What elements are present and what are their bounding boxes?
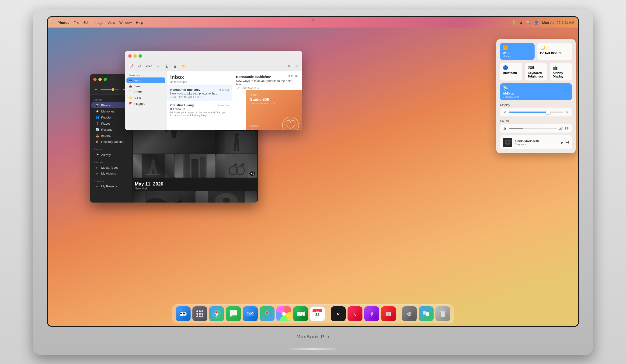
display-slider-container: ☀ ☀ [500, 108, 572, 117]
menu-edit[interactable]: Edit [83, 21, 90, 25]
svg-rect-72 [423, 311, 426, 315]
menu-file[interactable]: File [74, 21, 79, 25]
minimize-button[interactable] [98, 78, 102, 81]
mail-minimize-button[interactable] [133, 54, 137, 58]
dock-news[interactable]: 📰 [381, 306, 396, 321]
mail-archive-icon[interactable]: 🗄 [165, 64, 169, 68]
cc-airplay-tile[interactable]: 📺 AirPlay Display [550, 63, 572, 81]
menu-help[interactable]: Help [136, 21, 143, 25]
sidebar-item-photos[interactable]: 📷 Photos [91, 102, 131, 108]
mail-window[interactable]: 📝 ↩ ↩↩ → 🗄 🗑 📁 ✕ ⤢ Favorites [125, 51, 302, 130]
photo-cell-5[interactable] [174, 154, 216, 178]
dock-finder[interactable] [176, 306, 191, 321]
menu-window[interactable]: Window [119, 21, 132, 25]
mail-forward-icon[interactable]: → [156, 64, 160, 68]
sidebar-item-places[interactable]: 📍 Places [91, 121, 131, 126]
cc-dnd-tile[interactable]: 🌙 Do Not Disturb [537, 43, 572, 60]
dock-facetime[interactable] [293, 306, 308, 321]
menu-view[interactable]: View [108, 21, 115, 25]
sidebar-item-media-types[interactable]: ▶ Media Types [91, 165, 131, 170]
dock-music[interactable]: ♫ [348, 306, 362, 321]
mail-sidebar-drafts[interactable]: 📄 Drafts [125, 89, 167, 95]
albums-section-label: Albums [90, 160, 132, 165]
macbook-shell:  Photos File Edit Image View Window Hel… [0, 0, 626, 364]
newsletter-studio: Studio 308 [250, 98, 299, 102]
sidebar-item-my-projects[interactable]: ▶ My Projects [91, 183, 131, 189]
user-icon[interactable]: 👤 [534, 20, 539, 25]
svg-text:22: 22 [315, 313, 319, 317]
svg-point-29 [196, 310, 198, 312]
maximize-button[interactable] [104, 78, 107, 81]
brightness-thumb[interactable] [546, 110, 550, 114]
forward-button[interactable]: ⏭ [565, 140, 569, 145]
battery-icon: 🔋 [511, 20, 516, 25]
dock-files[interactable] [419, 306, 433, 321]
dock-safari[interactable] [209, 306, 224, 321]
dock-photos[interactable] [276, 306, 291, 321]
photo-cell-3[interactable] [216, 131, 257, 154]
apple-logo-icon[interactable]:  [52, 20, 53, 25]
dock-system-preferences[interactable] [402, 306, 417, 321]
inbox-label: Inbox [134, 79, 142, 82]
photo-row-2: +1 [132, 154, 258, 178]
photo-cell-7[interactable] [133, 191, 195, 202]
sidebar-item-activity[interactable]: 👁 Activity [91, 152, 131, 158]
mail-maximize-button[interactable] [139, 54, 142, 58]
dock-maps[interactable] [260, 306, 274, 321]
sidebar-imports-label: Imports [101, 134, 111, 137]
photo-cell-4[interactable] [133, 154, 174, 178]
cc-bluetooth-tile[interactable]: 🔵 Bluetooth [500, 63, 522, 81]
menu-image[interactable]: Image [93, 21, 103, 25]
sidebar-my-projects-label: My Projects [101, 185, 117, 188]
mail-compose-icon[interactable]: 📝 [129, 64, 133, 68]
menu-bar-left:  Photos File Edit Image View Window Hel… [52, 20, 143, 25]
mail-sidebar-flagged[interactable]: 🚩 Flagged [125, 101, 167, 107]
mail-message-1[interactable]: Konstantin Babichev 9:41 AM New ways to … [167, 86, 232, 101]
sidebar-item-imports[interactable]: 📥 Imports [91, 132, 131, 139]
close-button[interactable] [93, 78, 97, 81]
dock-podcasts[interactable]: 🎙 [364, 306, 379, 321]
dock-appletv[interactable]: tv [331, 306, 346, 321]
dock-calendar[interactable]: JUN 22 [310, 306, 325, 321]
sidebar-item-my-albums[interactable]: ▶ My Albums [91, 170, 131, 176]
svg-rect-8 [185, 154, 190, 178]
mail-sidebar-sent[interactable]: 📤 Sent [125, 83, 167, 89]
cc-wifi-tile[interactable]: 📶 Wi-Fi Home [500, 43, 535, 60]
volume-output-icon[interactable]: 📢 [565, 126, 569, 130]
zoom-out-button[interactable]: − [93, 86, 99, 93]
flagged-label: Flagged [134, 102, 145, 105]
mail-close-button[interactable] [128, 54, 132, 58]
cc-keyboard-tile[interactable]: ⌨ Keyboard Brightness [525, 63, 547, 81]
mail-folder-icon[interactable]: 📁 [182, 64, 186, 68]
photo-cell-6[interactable]: +1 [216, 154, 257, 178]
sidebar-item-memories[interactable]: ⚡ Memories [91, 108, 131, 114]
mail-reply-icon[interactable]: ↩ [138, 64, 141, 68]
mail-message-2[interactable]: Christine Huang Yesterday Follow up Hi, … [167, 101, 232, 119]
mail-sidebar-vips[interactable]: ⭐ VIPs [125, 95, 167, 101]
sidebar-item-recently-deleted[interactable]: 🗑 Recently Deleted [91, 139, 131, 145]
mail-expand-icon[interactable]: ⤢ [296, 64, 299, 68]
brightness-slider[interactable] [509, 112, 563, 113]
sidebar-item-people[interactable]: 👥 People [91, 114, 131, 121]
cc-airdrop-tile[interactable]: 📡 AirDrop Contacts Only [500, 83, 572, 100]
dock-trash[interactable] [435, 306, 450, 321]
mail-close-x[interactable]: ✕ [288, 64, 291, 68]
mail-trash-icon[interactable]: 🗑 [173, 64, 177, 68]
volume-slider[interactable] [509, 128, 557, 129]
expand-icon-projects: ▶ [95, 185, 99, 188]
edit-icon[interactable]: ✏ [257, 86, 260, 90]
zoom-slider[interactable] [101, 89, 119, 90]
mail-reply-all-icon[interactable]: ↩↩ [146, 64, 152, 68]
cc-dnd-label: Do Not Disturb [540, 51, 569, 55]
search-icon[interactable]: 🔍 [526, 20, 531, 25]
dock-messages[interactable] [226, 306, 241, 321]
projects-section-label: Projects [90, 178, 132, 183]
sidebar-memories-label: Memories [101, 110, 115, 113]
dock-mail[interactable] [243, 306, 258, 321]
play-button[interactable]: ▶ [561, 140, 563, 145]
mail-sidebar-inbox[interactable]: 📥 Inbox [126, 78, 165, 83]
sidebar-item-recents[interactable]: 🔄 Recents [91, 126, 131, 132]
menu-app-name[interactable]: Photos [58, 21, 70, 25]
dock-launchpad[interactable] [193, 306, 207, 321]
photo-cell-8[interactable] [196, 191, 258, 202]
